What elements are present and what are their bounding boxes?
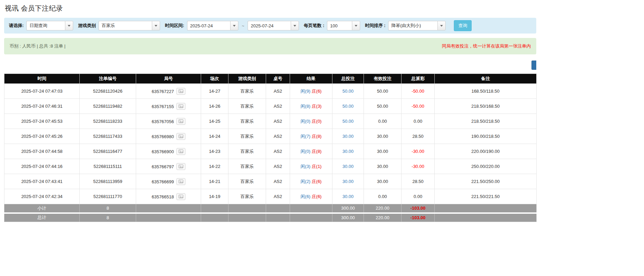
game-type-combobox <box>98 21 160 30</box>
select-type-dropdown-button[interactable] <box>65 21 73 30</box>
round-id-text: 635766900 <box>152 149 174 154</box>
result-player: 闲(8) <box>301 104 311 109</box>
view-video-button[interactable] <box>176 118 185 125</box>
table-header: 时间 注单编号 局号 场次 游戏类别 桌号 结果 总投注 有效投注 总派彩 备注 <box>4 74 537 84</box>
per-page-dropdown-button[interactable] <box>352 21 360 30</box>
cell-total-bet[interactable]: 50.00 <box>332 99 364 114</box>
query-button[interactable]: 查询 <box>454 20 472 31</box>
video-replay-icon <box>179 119 183 123</box>
cell-result: 闲(3) 庄(1) <box>290 159 332 174</box>
cell-result: 闲(9) 庄(6) <box>290 84 332 99</box>
cell-table-no: AS2 <box>266 84 290 99</box>
view-video-button[interactable] <box>176 193 185 200</box>
view-video-button[interactable] <box>176 148 185 155</box>
time-sort-dropdown-button[interactable] <box>437 21 446 30</box>
cell-total-bet[interactable]: 30.00 <box>332 159 364 174</box>
cell-payout: 0.00 <box>402 114 435 129</box>
cell-result: 闲(2) 庄(6) <box>290 174 332 189</box>
date-to-combobox <box>248 21 299 30</box>
cell-total-bet[interactable]: 50.00 <box>332 84 364 99</box>
cell-session: 14-21 <box>201 174 228 189</box>
column-header-payout: 总派彩 <box>402 74 435 84</box>
clipped-action-button[interactable] <box>531 61 536 70</box>
date-from-dropdown-button[interactable] <box>230 21 238 30</box>
cell-bet-id: 522681118233 <box>80 114 136 129</box>
table-row: 2025-07-24 07:44:58 522681116477 6357669… <box>4 144 537 159</box>
view-video-button[interactable] <box>176 133 185 140</box>
cell-total-bet[interactable]: 30.00 <box>332 144 364 159</box>
cell-session: 14-26 <box>201 99 228 114</box>
result-player: 闲(3) <box>301 164 311 169</box>
table-body: 2025-07-24 07:47:03 522681120426 6357672… <box>4 84 537 204</box>
cell-table-no: AS2 <box>266 129 290 144</box>
cell-game-type: 百家乐 <box>228 144 266 159</box>
date-to-dropdown-button[interactable] <box>291 21 299 30</box>
subtotal-row: 小计 8 300.00 220.00 -103.00 <box>4 204 537 213</box>
chevron-down-icon <box>293 25 296 27</box>
cell-total-bet[interactable]: 30.00 <box>332 129 364 144</box>
video-replay-icon <box>179 165 183 168</box>
cell-result: 闲(7) 庄(8) <box>290 129 332 144</box>
cell-bet-id: 522681111770 <box>80 189 136 204</box>
cell-note: 220.00/190.00 <box>435 144 537 159</box>
view-video-button[interactable] <box>176 103 185 110</box>
cell-time: 2025-07-24 07:42:34 <box>4 189 80 204</box>
select-type-input[interactable] <box>26 21 65 30</box>
cell-payout: -50.00 <box>402 99 435 114</box>
cell-result: 闲(6) 庄(6) <box>290 189 332 204</box>
cell-note: 221.50/250.00 <box>435 174 537 189</box>
video-replay-icon <box>179 104 183 108</box>
subtotal-valid-bet: 220.00 <box>364 204 402 213</box>
result-player: 闲(9) <box>301 89 311 94</box>
cell-total-bet[interactable]: 30.00 <box>332 174 364 189</box>
game-type-input[interactable] <box>98 21 152 30</box>
result-player: 闲(7) <box>301 134 311 139</box>
table-row: 2025-07-24 07:47:03 522681120426 6357672… <box>4 84 537 99</box>
video-replay-icon <box>179 134 183 138</box>
date-from-input[interactable] <box>187 21 230 30</box>
round-id-text: 635767227 <box>152 89 174 94</box>
cell-result: 闲(0) 庄(0) <box>290 114 332 129</box>
cell-bet-id: 522681116477 <box>80 144 136 159</box>
column-header-table-no: 桌号 <box>266 74 290 84</box>
per-page-input[interactable] <box>327 21 352 30</box>
time-sort-combobox <box>388 21 446 30</box>
cell-note: 218.50/168.50 <box>435 99 537 114</box>
cell-game-type: 百家乐 <box>228 189 266 204</box>
subtotal-total-bet: 300.00 <box>332 204 364 213</box>
cell-time: 2025-07-24 07:45:26 <box>4 129 80 144</box>
grand-total-valid-bet: 220.00 <box>364 213 402 222</box>
game-type-dropdown-button[interactable] <box>152 21 160 30</box>
cell-total-bet[interactable]: 30.00 <box>332 189 364 204</box>
chevron-down-icon <box>155 25 157 27</box>
cell-time: 2025-07-24 07:43:41 <box>4 174 80 189</box>
video-replay-icon <box>179 89 183 93</box>
result-player: 闲(2) <box>301 179 311 184</box>
grand-total-label: 总计 <box>4 213 80 222</box>
table-header-row: 时间 注单编号 局号 场次 游戏类别 桌号 结果 总投注 有效投注 总派彩 备注 <box>4 74 537 84</box>
currency-total-text: 币别 : 人民币 | 总共 :8 注单 | <box>10 43 66 49</box>
view-video-button[interactable] <box>176 163 185 170</box>
result-banker: 庄(0) <box>312 119 321 124</box>
cell-round-id: 635767155 <box>136 99 201 114</box>
cell-bet-id: 522681119482 <box>80 99 136 114</box>
cell-total-bet[interactable]: 50.00 <box>332 114 364 129</box>
cell-table-no: AS2 <box>266 174 290 189</box>
column-header-bet-id: 注单编号 <box>80 74 136 84</box>
per-page-combobox <box>327 21 360 30</box>
date-range-separator: ~ <box>241 23 245 28</box>
time-sort-input[interactable] <box>388 21 437 30</box>
cell-session: 14-19 <box>201 189 228 204</box>
cell-round-id: 635766900 <box>136 144 201 159</box>
result-banker: 庄(6) <box>312 194 321 199</box>
date-to-input[interactable] <box>248 21 291 30</box>
cell-payout: -50.00 <box>402 84 435 99</box>
table-row: 2025-07-24 07:44:16 522681115111 6357667… <box>4 159 537 174</box>
time-range-label: 时间区间: <box>165 23 184 29</box>
grand-total-total-bet: 300.00 <box>332 213 364 222</box>
view-video-button[interactable] <box>176 178 185 185</box>
chevron-down-icon <box>440 25 443 27</box>
filter-bar: 请选择: 游戏类别 时间区间: ~ 每页笔数 : 时间排序 : <box>4 18 536 34</box>
cell-valid-bet: 50.00 <box>364 84 402 99</box>
view-video-button[interactable] <box>176 88 185 95</box>
